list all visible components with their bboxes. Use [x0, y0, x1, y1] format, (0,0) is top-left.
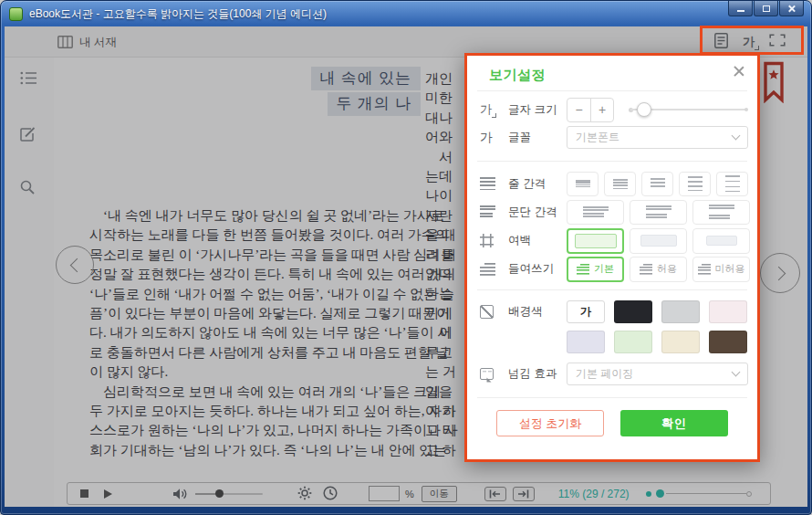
margin-option-small-selected[interactable] — [567, 228, 624, 254]
font-size-icon: 가 — [480, 101, 492, 118]
line-spacing-option-3[interactable] — [641, 172, 673, 196]
background-color-label: 배경색 — [508, 304, 543, 320]
maximize-icon — [763, 5, 770, 12]
minimize-button[interactable] — [728, 1, 753, 16]
font-size-increase-button[interactable]: + — [590, 99, 613, 121]
page-effect-value: 기본 페이징 — [576, 366, 633, 382]
panel-title: 보기설정 — [489, 67, 546, 84]
font-family-value: 기본폰트 — [576, 130, 619, 145]
line-spacing-option-2[interactable] — [604, 172, 636, 196]
font-size-label: 글자 크기 — [508, 102, 557, 118]
line-spacing-option-1[interactable] — [567, 172, 599, 196]
font-size-stepper: − + — [567, 98, 614, 122]
indent-row: 들여쓰기 기본 허용 미허용 — [480, 256, 748, 282]
close-button[interactable] — [779, 1, 804, 16]
window-title: eBook도서관 - 고요할수록 밝아지는 것들(100쇄 기념 에디션) — [29, 6, 327, 22]
paragraph-spacing-option-3[interactable] — [692, 200, 750, 225]
background-color-icon — [480, 305, 494, 319]
swatch-text: 가 — [580, 304, 591, 320]
close-icon — [787, 5, 796, 13]
font-family-label: 글꼴 — [508, 130, 531, 145]
indent-option-default-selected[interactable]: 기본 — [567, 257, 624, 282]
bg-swatch-white[interactable]: 가 — [567, 300, 605, 323]
panel-close-button[interactable] — [733, 65, 745, 78]
reset-settings-button[interactable]: 설정 초기화 — [496, 410, 604, 436]
indent-options: 기본 허용 미허용 — [567, 257, 750, 282]
panel-footer: 설정 초기화 확인 — [467, 410, 757, 436]
paragraph-spacing-options — [567, 200, 750, 225]
maximize-button[interactable] — [754, 1, 778, 16]
font-size-slider[interactable] — [629, 98, 748, 121]
line-spacing-label: 줄 간격 — [508, 176, 546, 192]
font-size-row: 가 글자 크기 − + — [480, 98, 748, 121]
font-family-dropdown[interactable]: 기본폰트 — [567, 126, 748, 149]
line-spacing-icon — [480, 177, 495, 190]
page-effect-row: 넘김 효과 기본 페이징 — [480, 363, 748, 385]
margin-options — [567, 228, 750, 254]
app-logo-icon — [9, 7, 23, 21]
annotation-highlight-box — [700, 26, 804, 55]
margin-row: 여백 — [480, 227, 748, 254]
paragraph-spacing-option-1[interactable] — [567, 200, 624, 225]
bg-swatch-pink[interactable] — [709, 300, 747, 323]
app-window: eBook도서관 - 고요할수록 밝아지는 것들(100쇄 기념 에디션) 내 … — [0, 0, 812, 515]
margin-option-medium[interactable] — [630, 228, 687, 254]
bg-swatch-brown[interactable] — [709, 331, 747, 353]
margin-label: 여백 — [508, 233, 531, 248]
background-color-row: 배경색 가 — [480, 300, 748, 353]
font-family-icon: 가 — [480, 130, 493, 146]
indent-option-disallow[interactable]: 미허용 — [692, 257, 750, 282]
chevron-down-icon — [732, 131, 741, 141]
font-size-decrease-button[interactable]: − — [567, 99, 590, 121]
paragraph-spacing-row: 문단 간격 — [480, 199, 748, 225]
paragraph-spacing-icon — [480, 205, 495, 218]
confirm-button[interactable]: 확인 — [620, 410, 728, 436]
bg-swatch-green[interactable] — [614, 331, 652, 353]
indent-icon — [480, 263, 495, 276]
bg-swatch-cream[interactable] — [661, 331, 700, 353]
chevron-down-icon — [732, 368, 741, 377]
line-spacing-option-4[interactable] — [679, 172, 711, 196]
font-family-row: 가 글꼴 기본폰트 — [480, 126, 748, 149]
indent-option-allow[interactable]: 허용 — [630, 257, 687, 282]
page-effect-label: 넘김 효과 — [508, 366, 557, 382]
line-spacing-option-5[interactable] — [716, 172, 748, 196]
indent-label: 들여쓰기 — [508, 261, 554, 277]
bg-swatch-lavender[interactable] — [567, 331, 605, 353]
margin-option-large[interactable] — [692, 228, 750, 254]
margin-icon — [480, 234, 494, 247]
view-settings-panel: 보기설정 가 글자 크기 − + 가 글꼴 기본폰트 — [464, 53, 760, 462]
window-controls — [727, 1, 804, 16]
page-effect-dropdown[interactable]: 기본 페이징 — [567, 363, 748, 385]
bg-swatch-gray[interactable] — [661, 300, 700, 323]
font-size-slider-thumb[interactable] — [637, 102, 651, 117]
line-spacing-options — [567, 172, 748, 196]
paragraph-spacing-label: 문단 간격 — [508, 205, 557, 220]
minimize-icon — [737, 10, 744, 12]
bg-swatch-black[interactable] — [614, 300, 652, 323]
line-spacing-row: 줄 간격 — [480, 171, 748, 196]
background-color-swatches: 가 — [567, 300, 748, 353]
page-effect-icon — [480, 368, 494, 380]
paragraph-spacing-option-2[interactable] — [630, 200, 687, 225]
titlebar: eBook도서관 - 고요할수록 밝아지는 것들(100쇄 기념 에디션) — [1, 1, 811, 26]
